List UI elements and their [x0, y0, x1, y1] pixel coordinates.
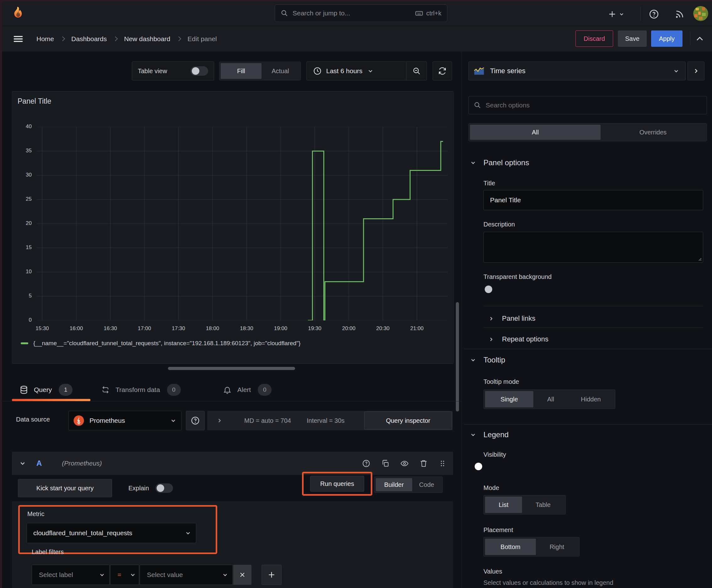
hide-query-icon[interactable]: [400, 459, 409, 468]
panel-links-label: Panel links: [502, 314, 535, 322]
repeat-options-label: Repeat options: [502, 335, 548, 343]
apply-button[interactable]: Apply: [651, 30, 683, 47]
mode-list-option[interactable]: List: [485, 497, 522, 513]
grafana-logo[interactable]: [11, 6, 26, 21]
tooltip-hidden-option[interactable]: Hidden: [568, 391, 614, 407]
y-tick-label: 20: [12, 220, 32, 227]
breadcrumb-item[interactable]: Dashboards: [71, 35, 107, 43]
chevron-right-icon: [489, 337, 494, 342]
breadcrumb-item[interactable]: New dashboard: [124, 35, 170, 43]
actual-option[interactable]: Actual: [261, 63, 299, 79]
fill-option[interactable]: Fill: [221, 63, 261, 79]
label-filter-operator-select[interactable]: =: [110, 565, 139, 585]
tooltip-header[interactable]: Tooltip: [470, 356, 505, 364]
add-label-filter-button[interactable]: [261, 565, 282, 585]
transparent-background-label: Transparent background: [483, 273, 552, 280]
legend-series-label[interactable]: {__name__="cloudflared_tunnel_total_requ…: [33, 340, 300, 347]
max-datapoints-info: MD = auto = 704: [244, 417, 291, 424]
visualization-picker[interactable]: Time series: [468, 62, 686, 80]
discard-button[interactable]: Discard: [576, 30, 613, 47]
tab-query[interactable]: Query 1: [19, 383, 72, 397]
refresh-button[interactable]: [433, 62, 452, 80]
search-options-field[interactable]: [468, 96, 707, 114]
query-help-icon[interactable]: [362, 459, 370, 468]
query-inspector-button[interactable]: Query inspector: [364, 412, 452, 430]
drag-handle-icon[interactable]: [438, 459, 446, 468]
duplicate-query-icon[interactable]: [381, 459, 390, 468]
delete-query-icon[interactable]: [419, 459, 428, 468]
legend-series-swatch: [21, 342, 28, 344]
horizontal-scrollbar[interactable]: [168, 367, 295, 370]
x-tick-label: 16:00: [62, 326, 90, 332]
x-tick-label: 17:00: [130, 326, 158, 332]
save-button[interactable]: Save: [618, 30, 647, 47]
tab-query-count-badge: 1: [59, 384, 72, 396]
tooltip-all-option[interactable]: All: [533, 391, 568, 407]
legend-header[interactable]: Legend: [470, 430, 509, 439]
expand-options-icon[interactable]: [217, 418, 222, 423]
user-avatar[interactable]: [693, 6, 708, 21]
placement-bottom-option[interactable]: Bottom: [485, 539, 536, 555]
kick-start-query-button[interactable]: Kick start your query: [18, 479, 112, 497]
legend-title: Legend: [483, 430, 509, 439]
menu-toggle-icon[interactable]: [13, 34, 24, 44]
help-button[interactable]: [649, 9, 659, 19]
table-view-toggle[interactable]: [191, 66, 208, 76]
tooltip-single-option[interactable]: Single: [485, 391, 533, 407]
label-filter-value-placeholder: Select value: [147, 571, 183, 579]
breadcrumb-bar: HomeDashboardsNew dashboardEdit panel Di…: [2, 26, 712, 51]
datasource-picker[interactable]: Prometheus: [68, 411, 181, 430]
panel-options-header[interactable]: Panel options: [470, 158, 529, 167]
datasource-name: Prometheus: [89, 417, 125, 424]
overrides-tab[interactable]: Overrides: [601, 125, 706, 140]
new-menu-button[interactable]: [608, 8, 624, 20]
run-queries-button[interactable]: Run queries: [310, 476, 364, 491]
panel-title[interactable]: Panel Title: [18, 97, 51, 106]
time-range-picker[interactable]: Last 6 hours: [306, 62, 427, 80]
window-edge-left: [0, 0, 2, 588]
query-header[interactable]: A (Prometheus): [12, 452, 453, 475]
metric-select[interactable]: cloudflared_tunnel_total_requests: [27, 523, 196, 543]
tab-alert[interactable]: Alert 0: [223, 383, 272, 397]
editor-tabs: Query 1 Transform data 0 Alert 0: [0, 378, 461, 401]
tab-transform[interactable]: Transform data 0: [101, 383, 181, 397]
time-series-chart[interactable]: [37, 127, 448, 320]
zoom-out-icon[interactable]: [407, 67, 427, 76]
mode-table-option[interactable]: Table: [522, 497, 564, 513]
breadcrumb-item[interactable]: Edit panel: [188, 35, 217, 43]
builder-option[interactable]: Builder: [376, 478, 412, 491]
operator-value: =: [117, 571, 121, 579]
options-sidebar: Time series All Overrides Panel options …: [464, 51, 712, 588]
panel-links-section[interactable]: Panel links: [489, 311, 535, 326]
y-tick-label: 10: [12, 269, 32, 275]
repeat-options-section[interactable]: Repeat options: [489, 332, 548, 347]
chart-legend[interactable]: {__name__="cloudflared_tunnel_total_requ…: [21, 339, 300, 348]
query-ref-id[interactable]: A: [37, 459, 42, 468]
news-feed-icon[interactable]: [674, 9, 684, 19]
explain-toggle[interactable]: [155, 483, 173, 493]
divider: [483, 327, 703, 328]
all-options-tab[interactable]: All: [470, 125, 601, 140]
collapse-header-icon[interactable]: [695, 34, 705, 44]
description-textarea[interactable]: [483, 232, 703, 262]
placement-right-option[interactable]: Right: [536, 539, 578, 555]
active-tab-underline: [12, 399, 90, 401]
chevron-down-icon: [673, 68, 679, 74]
label-filter-value-select[interactable]: Select value: [140, 565, 233, 585]
code-option[interactable]: Code: [412, 478, 441, 491]
label-filter-key-select[interactable]: Select label: [32, 565, 110, 585]
resize-handle-icon[interactable]: [697, 257, 702, 261]
datasource-help-button[interactable]: [186, 411, 205, 430]
x-tick-label: 18:00: [198, 326, 226, 332]
global-search[interactable]: Search or jump to... ctrl+k: [275, 4, 447, 22]
table-view-control: Table view: [132, 62, 214, 80]
collapse-options-pane-button[interactable]: [688, 62, 705, 80]
search-options-input[interactable]: [485, 101, 707, 109]
chart-plot-area[interactable]: [37, 127, 448, 320]
x-tick-label: 19:30: [301, 326, 329, 332]
remove-label-filter-button[interactable]: [233, 565, 252, 585]
search-icon: [474, 102, 481, 109]
panel-title-input[interactable]: [483, 190, 703, 210]
collapse-query-icon[interactable]: [19, 460, 26, 466]
breadcrumb-item[interactable]: Home: [37, 35, 54, 43]
